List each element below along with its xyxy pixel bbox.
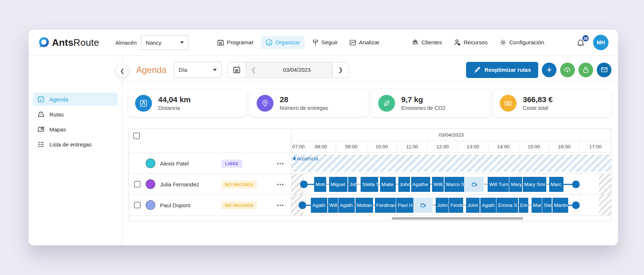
route-stop[interactable]: Joh <box>348 177 357 192</box>
chevron-left-icon: ❮ <box>120 67 124 74</box>
person-gear-icon <box>454 39 461 46</box>
calendar-picker-button[interactable] <box>228 62 246 78</box>
route-stop[interactable]: Stel <box>542 198 552 213</box>
chart-icon <box>349 39 356 46</box>
nav-item-recursos[interactable]: Recursos <box>449 36 492 49</box>
route-stop[interactable]: Stella T <box>361 177 378 192</box>
travel-connector <box>484 184 488 185</box>
row-menu-button[interactable]: ⋯ <box>277 159 284 167</box>
route-stop[interactable]: Paul H <box>396 198 413 213</box>
sidebar-item-lista-de-entregas[interactable]: Lista de entregas <box>33 138 118 151</box>
sidebar: Agenda Rutas Mapas <box>29 56 122 245</box>
content-area: ❮ Agenda Día <box>122 56 618 245</box>
email-button[interactable] <box>597 63 611 77</box>
route-stop[interactable]: John <box>436 198 448 213</box>
top-navbar: AntsRoute Almacén Nancy Programar <box>29 30 618 56</box>
nav-item-analizar[interactable]: Analizar <box>345 36 384 49</box>
chevron-down-icon <box>180 41 184 44</box>
hour-label: 15:00 <box>519 141 549 152</box>
route-break[interactable] <box>465 177 484 192</box>
route-stop[interactable]: Agath <box>311 198 327 213</box>
route-start-marker[interactable] <box>300 181 308 188</box>
stats-row: 44,04 km Distancia 28 Número de entregas <box>129 89 618 117</box>
stat-card-coste: 366,83 € Coste total <box>493 89 611 117</box>
row-checkbox[interactable] <box>134 202 141 208</box>
notifications-button[interactable]: 30 <box>576 38 585 47</box>
chevron-down-icon <box>213 69 217 71</box>
gantt-date-header: 03/04/2023 <box>291 129 611 141</box>
travel-connector <box>528 205 532 205</box>
gantt-row: Julia FernandezNO INICIADA⋯MohMiguelJohS… <box>129 174 611 195</box>
hour-label: 17:00 <box>580 141 611 152</box>
horizontal-scrollbar[interactable] <box>392 217 524 220</box>
route-stop[interactable]: Maite <box>380 177 396 192</box>
route-stop[interactable]: Moh <box>314 177 326 192</box>
sidebar-item-mapas[interactable]: Mapas <box>33 123 118 136</box>
absence-band[interactable]: Ausencia <box>291 155 611 172</box>
route-stop[interactable]: Miguel <box>329 177 347 192</box>
droplet-logo-icon <box>38 37 49 48</box>
route-start-marker[interactable] <box>298 201 306 209</box>
cup-icon <box>471 181 478 187</box>
sidebar-item-agenda[interactable]: Agenda <box>33 93 118 106</box>
route-stop[interactable]: Emma S <box>496 198 518 213</box>
sidebar-item-rutas[interactable]: Rutas <box>33 108 118 121</box>
next-day-button[interactable]: ❯ <box>332 62 349 78</box>
route-stop[interactable]: Mohan <box>355 198 373 213</box>
route-stop[interactable]: Marc <box>549 177 563 192</box>
add-button[interactable]: + <box>542 63 556 77</box>
nav-item-programar[interactable]: Programar <box>213 36 258 49</box>
prev-day-button[interactable]: ❮ <box>246 66 261 73</box>
warehouse-select[interactable]: Nancy <box>141 35 189 50</box>
signpost-icon <box>312 39 319 46</box>
nav-item-clientes[interactable]: Clientes <box>407 36 446 49</box>
route-stop[interactable]: Willi <box>432 177 444 192</box>
route-stop[interactable]: Agath <box>338 198 355 213</box>
nav-item-configuracion[interactable]: Configuración <box>495 36 549 49</box>
nav-item-organizar[interactable]: Organizar <box>261 36 305 49</box>
status-badge: NO INICIADA <box>222 181 257 189</box>
brand-logo[interactable]: AntsRoute <box>38 37 99 48</box>
travel-connector <box>463 205 466 205</box>
row-menu-cell: ⋯ <box>270 201 291 209</box>
reoptimize-routes-button[interactable]: Reoptimizar rutas <box>466 62 538 78</box>
route-stop[interactable]: Will Turn <box>488 177 509 192</box>
lock-button[interactable] <box>578 63 593 77</box>
route-stop[interactable]: Ferdinan <box>375 198 396 213</box>
travel-connector <box>326 184 329 185</box>
collapse-sidebar-button[interactable]: ❮ <box>116 64 129 77</box>
row-menu-button[interactable]: ⋯ <box>277 180 284 188</box>
route-stop[interactable]: Mary Smi <box>523 177 546 192</box>
gantt-row: Paul DupontNO INICIADA⋯AgathWillAgathMoh… <box>129 195 611 216</box>
row-menu-button[interactable]: ⋯ <box>277 201 284 209</box>
route-stop[interactable]: Marco S <box>444 177 464 192</box>
route-stop[interactable]: John <box>398 177 410 192</box>
offhours-hatch <box>599 174 611 194</box>
route-stop[interactable]: Ferdin <box>449 198 463 213</box>
route-stop[interactable]: Agathe <box>411 177 430 192</box>
export-button[interactable] <box>560 63 575 77</box>
route-stop[interactable]: Mar <box>532 198 542 213</box>
gantt-row-left: Alexis PatelLIBRE⋯ <box>129 153 291 174</box>
route-stop[interactable]: John <box>466 198 480 213</box>
avatar <box>146 200 155 210</box>
route-break[interactable] <box>414 198 433 213</box>
view-select[interactable]: Día <box>174 62 222 78</box>
row-person: Paul Dupont <box>146 200 222 210</box>
route-stop[interactable]: Will <box>328 198 338 213</box>
select-all-checkbox[interactable] <box>133 133 140 139</box>
route-stop[interactable]: Agath <box>480 198 496 213</box>
user-avatar[interactable]: MH <box>593 35 608 50</box>
travel-connector <box>433 205 436 205</box>
route-stop[interactable]: Mary <box>509 177 522 192</box>
cup-icon <box>420 202 427 208</box>
hour-label: 07:00 <box>291 141 306 152</box>
row-checkbox[interactable] <box>134 181 141 187</box>
route-stop[interactable]: Martin <box>552 198 568 213</box>
nav-item-seguir[interactable]: Seguir <box>308 36 342 49</box>
gantt-footer <box>129 216 611 221</box>
route-stop[interactable]: Em <box>519 198 528 213</box>
route-end-marker[interactable] <box>572 201 580 209</box>
gauge-icon <box>265 39 273 46</box>
route-end-marker[interactable] <box>572 181 580 188</box>
